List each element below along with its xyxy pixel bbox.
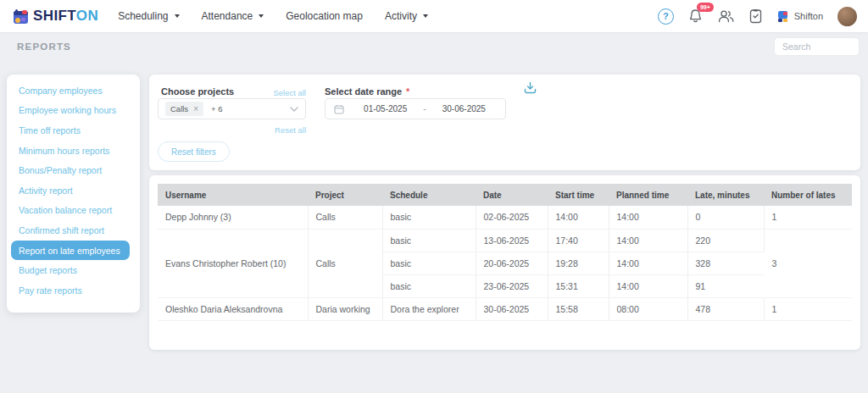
- table-cell-planned-time: 14:00: [609, 206, 687, 229]
- sidebar-item[interactable]: Bonus/Penalty report: [7, 160, 140, 180]
- sidebar-item[interactable]: Pay rate reports: [7, 280, 140, 301]
- column-header-number-of-lates: Number of lates: [764, 184, 852, 206]
- app-root: SHIFTON Scheduling Attendance Geolocatio…: [0, 0, 868, 393]
- chevron-down-icon: [259, 14, 264, 18]
- table-cell-username: Evans Christopher Robert (10): [158, 229, 308, 297]
- project-multiselect[interactable]: Calls × + 6: [158, 98, 306, 119]
- table-cell-date: 13-06-2025: [476, 229, 548, 252]
- download-icon: [523, 80, 537, 95]
- tasks-button[interactable]: [749, 8, 762, 24]
- column-header-late-minutes: Late, minutes: [687, 184, 764, 206]
- report-table-body: Depp Johnny (3)Callsbasic02-06-202514:00…: [158, 206, 852, 320]
- table-cell-schedule: basic: [382, 229, 476, 252]
- notification-count-badge: 99+: [697, 3, 714, 12]
- select-all-link[interactable]: Select all: [158, 88, 306, 97]
- required-marker: *: [406, 86, 409, 97]
- users-icon: [717, 8, 735, 24]
- sidebar-item[interactable]: Employee working hours: [7, 101, 140, 121]
- table-cell-late-minutes: 91: [687, 274, 764, 297]
- table-row: Depp Johnny (3)Callsbasic02-06-202514:00…: [158, 206, 852, 229]
- top-navigation-bar: SHIFTON Scheduling Attendance Geolocatio…: [0, 0, 868, 32]
- project-chip-label: Calls: [170, 104, 188, 113]
- table-cell-late-minutes: 0: [687, 206, 764, 229]
- calendar-icon: [334, 104, 344, 114]
- topbar-actions: ? 99+: [658, 7, 857, 26]
- nav-item-activity[interactable]: Activity: [385, 10, 428, 22]
- date-to-value: 30-06-2025: [428, 104, 500, 113]
- sidebar-item[interactable]: Activity report: [7, 180, 140, 201]
- main-nav: Scheduling Attendance Geolocation map Ac…: [118, 10, 428, 22]
- clipboard-icon: [749, 8, 762, 24]
- table-cell-late-minutes: 328: [687, 252, 764, 274]
- user-avatar[interactable]: [837, 7, 857, 26]
- table-cell-schedule: basic: [382, 206, 476, 229]
- help-icon[interactable]: ?: [658, 8, 674, 25]
- table-cell-project: Calls: [308, 206, 382, 229]
- sidebar-item[interactable]: Vacation balance report: [7, 201, 140, 221]
- table-cell-start-time: 19:28: [548, 252, 609, 274]
- nav-label: Attendance: [202, 10, 253, 22]
- table-cell-planned-time: 08:00: [609, 297, 687, 320]
- notifications-button[interactable]: 99+: [688, 8, 703, 24]
- chip-remove-icon[interactable]: ×: [193, 105, 198, 113]
- account-switcher[interactable]: Shifton: [776, 10, 823, 23]
- employees-button[interactable]: [717, 8, 735, 24]
- column-header-schedule: Schedule: [382, 184, 476, 206]
- date-range-input[interactable]: 01-05-2025 - 30-06-2025: [325, 98, 506, 119]
- calendar-logo-icon: [13, 8, 29, 25]
- table-cell-date: 23-06-2025: [476, 274, 548, 297]
- table-cell-date: 20-06-2025: [476, 252, 548, 274]
- sidebar-item[interactable]: Confirmed shift report: [7, 220, 140, 241]
- table-cell-schedule: basic: [382, 252, 476, 274]
- chevron-down-icon: [423, 14, 428, 18]
- table-row: Evans Christopher Robert (10)Callsbasic1…: [158, 229, 852, 252]
- table-cell-date: 30-06-2025: [476, 297, 548, 320]
- late-employees-table: Username Project Schedule Date Start tim…: [158, 184, 852, 321]
- table-cell-number-of-lates: 1: [764, 206, 852, 229]
- column-header-project: Project: [308, 184, 382, 206]
- date-range-label: Select date range*: [325, 86, 409, 97]
- column-header-start-time: Start time: [548, 184, 609, 206]
- table-cell-number-of-lates: 1: [764, 297, 852, 320]
- table-row: Oleshko Daria AleksandrovnaDaria working…: [158, 297, 852, 320]
- table-cell-username: Oleshko Daria Aleksandrovna: [158, 297, 308, 320]
- table-cell-planned-time: 14:00: [609, 229, 687, 252]
- nav-item-geolocation-map[interactable]: Geolocation map: [286, 10, 363, 22]
- report-table-panel: Username Project Schedule Date Start tim…: [149, 175, 860, 350]
- reset-all-link[interactable]: Reset all: [158, 125, 306, 135]
- reset-filters-button[interactable]: Reset filters: [158, 141, 230, 162]
- nav-label: Activity: [385, 10, 417, 22]
- table-header-row: Username Project Schedule Date Start tim…: [158, 184, 852, 206]
- table-cell-start-time: 15:31: [548, 274, 609, 297]
- filters-panel: Choose projects Select all Calls × + 6 R…: [149, 75, 860, 170]
- table-cell-number-of-lates: 3: [764, 229, 852, 297]
- sidebar-item[interactable]: Report on late employees: [11, 241, 130, 261]
- sidebar-item[interactable]: Budget reports: [7, 260, 140, 280]
- table-cell-username: Depp Johnny (3): [158, 206, 308, 229]
- page-title: REPORTS: [17, 42, 71, 52]
- nav-item-attendance[interactable]: Attendance: [202, 10, 264, 22]
- brand-wordmark: SHIFTON: [33, 8, 98, 25]
- reports-sidebar: Company employees Employee working hours…: [7, 75, 140, 313]
- sidebar-item[interactable]: Minimum hours reports: [7, 141, 140, 161]
- table-cell-start-time: 14:00: [548, 206, 609, 229]
- table-cell-planned-time: 14:00: [609, 252, 687, 274]
- download-report-button[interactable]: [520, 78, 539, 97]
- table-cell-start-time: 15:58: [548, 297, 609, 320]
- search-input[interactable]: [774, 37, 860, 56]
- chevron-down-icon: [290, 107, 298, 112]
- sidebar-item[interactable]: Company employees: [7, 80, 140, 101]
- shifton-logo[interactable]: SHIFTON: [13, 8, 98, 25]
- nav-item-scheduling[interactable]: Scheduling: [118, 10, 179, 22]
- table-cell-late-minutes: 478: [687, 297, 764, 320]
- table-cell-start-time: 17:40: [548, 229, 609, 252]
- table-cell-schedule: Dora the explorer: [382, 297, 476, 320]
- account-name: Shifton: [794, 11, 823, 21]
- more-projects-count: + 6: [211, 104, 222, 113]
- table-cell-project: Daria working: [308, 297, 382, 320]
- company-logo-icon: [776, 10, 789, 23]
- column-header-date: Date: [476, 184, 548, 206]
- chevron-down-icon: [175, 14, 180, 18]
- sidebar-item[interactable]: Time off reports: [7, 120, 140, 141]
- table-cell-late-minutes: 220: [687, 229, 764, 252]
